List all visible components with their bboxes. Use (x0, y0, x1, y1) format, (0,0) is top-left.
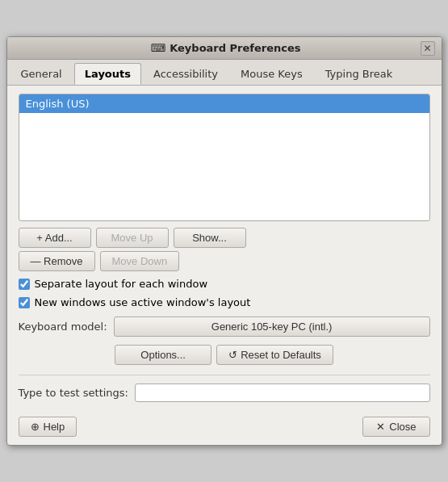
separate-layout-row: Separate layout for each window (19, 278, 430, 290)
reset-button[interactable]: ↺ Reset to Defaults (216, 345, 333, 365)
title-icon: ⌨ (150, 42, 165, 54)
move-down-button[interactable]: Move Down (100, 251, 180, 271)
separate-layout-label: Separate layout for each window (35, 278, 208, 290)
options-button[interactable]: Options... (115, 345, 211, 365)
tabs-row: General Layouts Accessibility Mouse Keys… (7, 60, 442, 86)
layout-buttons-row1: + Add... Move Up Show... (19, 228, 430, 248)
layout-list[interactable]: English (US) (19, 94, 430, 221)
help-button[interactable]: ⊕ Help (19, 417, 77, 437)
tab-content: English (US) + Add... Move Up Show... — … (7, 86, 442, 410)
reset-icon: ↺ (228, 349, 237, 361)
help-label: Help (44, 421, 65, 433)
window-title: ⌨ Keyboard Preferences (31, 42, 421, 54)
close-label: Close (389, 421, 416, 433)
move-up-button[interactable]: Move Up (96, 228, 169, 248)
add-button[interactable]: + Add... (19, 228, 91, 248)
new-windows-checkbox[interactable] (19, 297, 30, 308)
new-windows-row: New windows use active window's layout (19, 296, 430, 308)
actions-row: Options... ↺ Reset to Defaults (19, 345, 430, 365)
new-windows-label: New windows use active window's layout (35, 296, 251, 308)
keyboard-model-button[interactable]: Generic 105-key PC (intl.) (114, 316, 430, 337)
tab-accessibility[interactable]: Accessibility (143, 63, 228, 85)
separate-layout-checkbox[interactable] (19, 279, 30, 290)
keyboard-model-label: Keyboard model: (19, 321, 107, 333)
close-button[interactable]: ✕ Close (362, 417, 429, 437)
close-icon: ✕ (376, 421, 385, 433)
layout-buttons-row2: — Remove Move Down (19, 251, 430, 271)
tab-layouts[interactable]: Layouts (74, 63, 141, 85)
tab-typing-break[interactable]: Typing Break (315, 63, 404, 85)
test-settings-input[interactable] (135, 384, 430, 402)
test-settings-row: Type to test settings: (19, 375, 430, 402)
bottom-bar: ⊕ Help ✕ Close (7, 410, 442, 445)
help-icon: ⊕ (31, 421, 40, 433)
keyboard-model-row: Keyboard model: Generic 105-key PC (intl… (19, 316, 430, 337)
reset-label: Reset to Defaults (241, 349, 321, 361)
list-item[interactable]: English (US) (19, 94, 429, 113)
window-close-button[interactable]: ✕ (421, 41, 435, 56)
titlebar: ⌨ Keyboard Preferences ✕ (7, 37, 442, 60)
keyboard-preferences-window: ⌨ Keyboard Preferences ✕ General Layouts… (6, 36, 442, 446)
show-button[interactable]: Show... (174, 228, 246, 248)
tab-general[interactable]: General (10, 63, 73, 85)
remove-button[interactable]: — Remove (19, 251, 95, 271)
test-settings-label: Type to test settings: (19, 387, 129, 399)
tab-mouse-keys[interactable]: Mouse Keys (230, 63, 313, 85)
